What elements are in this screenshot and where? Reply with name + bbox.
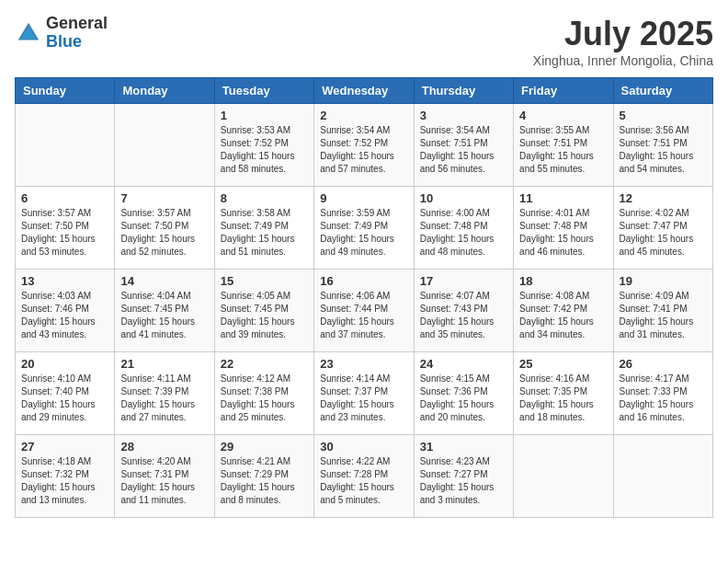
day-info: Sunrise: 3:57 AM Sunset: 7:50 PM Dayligh… (120, 207, 208, 259)
calendar-cell (16, 104, 115, 187)
day-number: 11 (519, 191, 607, 205)
day-info: Sunrise: 4:09 AM Sunset: 7:41 PM Dayligh… (620, 290, 707, 341)
day-info: Sunrise: 4:16 AM Sunset: 7:35 PM Dayligh… (519, 373, 607, 424)
day-info: Sunrise: 4:02 AM Sunset: 7:47 PM Dayligh… (620, 207, 707, 259)
calendar-cell: 27Sunrise: 4:18 AM Sunset: 7:32 PM Dayli… (16, 435, 115, 518)
calendar-cell: 16Sunrise: 4:06 AM Sunset: 7:44 PM Dayli… (314, 270, 414, 352)
calendar-cell (115, 104, 214, 187)
day-number: 12 (620, 191, 707, 205)
day-number: 15 (221, 274, 308, 288)
day-info: Sunrise: 3:58 AM Sunset: 7:49 PM Dayligh… (221, 207, 308, 259)
day-info: Sunrise: 4:14 AM Sunset: 7:37 PM Dayligh… (320, 373, 407, 424)
day-number: 2 (320, 109, 407, 122)
calendar-cell: 1Sunrise: 3:53 AM Sunset: 7:52 PM Daylig… (214, 104, 313, 187)
day-info: Sunrise: 4:11 AM Sunset: 7:39 PM Dayligh… (120, 373, 208, 424)
calendar-cell: 22Sunrise: 4:12 AM Sunset: 7:38 PM Dayli… (214, 352, 313, 435)
day-number: 6 (21, 191, 108, 205)
logo-blue: Blue (46, 33, 108, 52)
day-number: 17 (420, 274, 507, 288)
calendar-cell: 12Sunrise: 4:02 AM Sunset: 7:47 PM Dayli… (613, 187, 712, 270)
page-header: General Blue July 2025 Xinghua, Inner Mo… (15, 15, 713, 68)
day-number: 23 (320, 357, 407, 371)
calendar-location: Xinghua, Inner Mongolia, China (533, 53, 713, 68)
day-number: 25 (519, 357, 607, 371)
day-number: 26 (620, 357, 707, 371)
calendar-week-row: 20Sunrise: 4:10 AM Sunset: 7:40 PM Dayli… (16, 352, 713, 435)
col-tuesday: Tuesday (214, 78, 313, 104)
day-info: Sunrise: 4:08 AM Sunset: 7:42 PM Dayligh… (519, 290, 607, 341)
calendar-cell: 23Sunrise: 4:14 AM Sunset: 7:37 PM Dayli… (314, 352, 414, 435)
day-info: Sunrise: 4:17 AM Sunset: 7:33 PM Dayligh… (620, 373, 707, 424)
day-info: Sunrise: 4:04 AM Sunset: 7:45 PM Dayligh… (120, 290, 208, 341)
col-thursday: Thursday (414, 78, 513, 104)
col-saturday: Saturday (613, 78, 712, 104)
day-number: 9 (320, 191, 407, 205)
day-number: 16 (320, 274, 407, 288)
day-info: Sunrise: 4:01 AM Sunset: 7:48 PM Dayligh… (519, 207, 607, 259)
calendar-cell: 11Sunrise: 4:01 AM Sunset: 7:48 PM Dayli… (514, 187, 613, 270)
calendar-week-row: 1Sunrise: 3:53 AM Sunset: 7:52 PM Daylig… (16, 104, 713, 187)
calendar-cell: 10Sunrise: 4:00 AM Sunset: 7:48 PM Dayli… (414, 187, 513, 270)
day-number: 19 (620, 274, 707, 288)
col-monday: Monday (115, 78, 214, 104)
calendar-week-row: 6Sunrise: 3:57 AM Sunset: 7:50 PM Daylig… (16, 187, 713, 270)
day-number: 14 (120, 274, 208, 288)
calendar-cell: 3Sunrise: 3:54 AM Sunset: 7:51 PM Daylig… (414, 104, 513, 187)
day-number: 4 (519, 109, 607, 122)
calendar-cell: 17Sunrise: 4:07 AM Sunset: 7:43 PM Dayli… (414, 270, 513, 352)
calendar-cell: 28Sunrise: 4:20 AM Sunset: 7:31 PM Dayli… (115, 435, 214, 518)
day-info: Sunrise: 4:03 AM Sunset: 7:46 PM Dayligh… (21, 290, 108, 341)
calendar-cell: 25Sunrise: 4:16 AM Sunset: 7:35 PM Dayli… (514, 352, 613, 435)
title-block: July 2025 Xinghua, Inner Mongolia, China (533, 15, 713, 68)
day-number: 29 (221, 440, 308, 454)
day-info: Sunrise: 3:53 AM Sunset: 7:52 PM Dayligh… (221, 124, 308, 176)
col-wednesday: Wednesday (314, 78, 414, 104)
day-number: 27 (21, 440, 108, 454)
day-number: 10 (420, 191, 507, 205)
calendar-cell: 15Sunrise: 4:05 AM Sunset: 7:45 PM Dayli… (214, 270, 313, 352)
calendar-cell: 6Sunrise: 3:57 AM Sunset: 7:50 PM Daylig… (16, 187, 115, 270)
day-info: Sunrise: 4:10 AM Sunset: 7:40 PM Dayligh… (21, 373, 108, 424)
calendar-table: Sunday Monday Tuesday Wednesday Thursday… (15, 77, 713, 518)
calendar-cell: 8Sunrise: 3:58 AM Sunset: 7:49 PM Daylig… (214, 187, 313, 270)
day-number: 22 (221, 357, 308, 371)
day-info: Sunrise: 4:05 AM Sunset: 7:45 PM Dayligh… (221, 290, 308, 341)
calendar-cell: 7Sunrise: 3:57 AM Sunset: 7:50 PM Daylig… (115, 187, 214, 270)
calendar-title: July 2025 (533, 15, 713, 53)
day-number: 3 (420, 109, 507, 122)
day-info: Sunrise: 4:15 AM Sunset: 7:36 PM Dayligh… (420, 373, 507, 424)
day-info: Sunrise: 3:54 AM Sunset: 7:51 PM Dayligh… (420, 124, 507, 176)
calendar-cell: 2Sunrise: 3:54 AM Sunset: 7:52 PM Daylig… (314, 104, 414, 187)
calendar-cell: 30Sunrise: 4:22 AM Sunset: 7:28 PM Dayli… (314, 435, 414, 518)
calendar-cell: 14Sunrise: 4:04 AM Sunset: 7:45 PM Dayli… (115, 270, 214, 352)
calendar-cell: 13Sunrise: 4:03 AM Sunset: 7:46 PM Dayli… (16, 270, 115, 352)
day-number: 7 (120, 191, 208, 205)
day-info: Sunrise: 4:18 AM Sunset: 7:32 PM Dayligh… (21, 455, 108, 507)
calendar-cell: 26Sunrise: 4:17 AM Sunset: 7:33 PM Dayli… (613, 352, 712, 435)
day-info: Sunrise: 3:56 AM Sunset: 7:51 PM Dayligh… (620, 124, 707, 176)
logo-icon (15, 19, 42, 47)
day-number: 20 (21, 357, 108, 371)
day-number: 28 (120, 440, 208, 454)
day-number: 13 (21, 274, 108, 288)
day-number: 5 (620, 109, 707, 122)
day-number: 1 (221, 109, 308, 122)
day-info: Sunrise: 4:21 AM Sunset: 7:29 PM Dayligh… (221, 455, 308, 507)
day-info: Sunrise: 3:55 AM Sunset: 7:51 PM Dayligh… (519, 124, 607, 176)
day-number: 8 (221, 191, 308, 205)
calendar-week-row: 27Sunrise: 4:18 AM Sunset: 7:32 PM Dayli… (16, 435, 713, 518)
day-info: Sunrise: 4:23 AM Sunset: 7:27 PM Dayligh… (420, 455, 507, 507)
calendar-cell: 20Sunrise: 4:10 AM Sunset: 7:40 PM Dayli… (16, 352, 115, 435)
logo: General Blue (15, 15, 108, 52)
calendar-cell (613, 435, 712, 518)
day-info: Sunrise: 4:07 AM Sunset: 7:43 PM Dayligh… (420, 290, 507, 341)
calendar-cell: 18Sunrise: 4:08 AM Sunset: 7:42 PM Dayli… (514, 270, 613, 352)
calendar-cell: 29Sunrise: 4:21 AM Sunset: 7:29 PM Dayli… (214, 435, 313, 518)
day-number: 18 (519, 274, 607, 288)
calendar-week-row: 13Sunrise: 4:03 AM Sunset: 7:46 PM Dayli… (16, 270, 713, 352)
calendar-cell: 24Sunrise: 4:15 AM Sunset: 7:36 PM Dayli… (414, 352, 513, 435)
calendar-cell: 21Sunrise: 4:11 AM Sunset: 7:39 PM Dayli… (115, 352, 214, 435)
day-info: Sunrise: 3:57 AM Sunset: 7:50 PM Dayligh… (21, 207, 108, 259)
day-info: Sunrise: 4:22 AM Sunset: 7:28 PM Dayligh… (320, 455, 407, 507)
calendar-cell: 5Sunrise: 3:56 AM Sunset: 7:51 PM Daylig… (613, 104, 712, 187)
